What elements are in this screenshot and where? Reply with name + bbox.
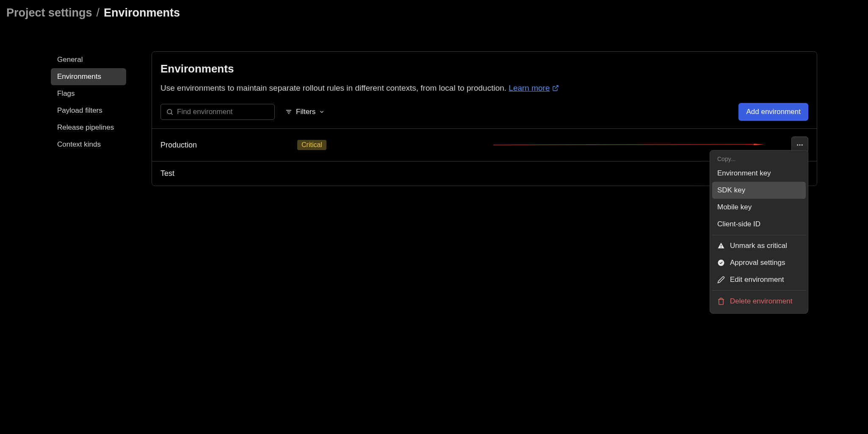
learn-more-link[interactable]: Learn more xyxy=(509,82,558,95)
toolbar: Filters Add environment xyxy=(152,103,817,128)
breadcrumb-separator: / xyxy=(97,6,100,19)
svg-rect-11 xyxy=(721,245,721,247)
search-icon xyxy=(166,108,174,116)
breadcrumb: Project settings / Environments xyxy=(0,0,868,30)
edit-environment-label: Edit environment xyxy=(730,275,784,284)
filters-label: Filters xyxy=(296,108,315,116)
panel-description: Use environments to maintain separate ro… xyxy=(160,82,808,95)
svg-point-1 xyxy=(167,109,172,114)
panel-title: Environments xyxy=(160,62,808,75)
annotation-arrow xyxy=(493,144,764,146)
approval-settings[interactable]: Approval settings xyxy=(712,254,806,271)
svg-point-12 xyxy=(721,247,721,248)
sidebar-item-general[interactable]: General xyxy=(51,51,126,68)
approval-settings-label: Approval settings xyxy=(730,259,785,267)
delete-environment-label: Delete environment xyxy=(730,297,792,306)
svg-marker-7 xyxy=(754,144,764,145)
svg-point-13 xyxy=(718,260,724,266)
warning-icon xyxy=(717,242,725,250)
copy-mobile-key[interactable]: Mobile key xyxy=(712,199,806,216)
main-panel: Environments Use environments to maintai… xyxy=(152,51,817,186)
external-link-icon xyxy=(552,85,559,92)
panel-header: Environments Use environments to maintai… xyxy=(152,52,817,103)
svg-point-8 xyxy=(797,145,798,146)
dropdown-divider xyxy=(712,235,806,235)
trash-icon xyxy=(717,298,725,305)
edit-environment[interactable]: Edit environment xyxy=(712,271,806,288)
svg-point-10 xyxy=(802,145,803,146)
search-container xyxy=(160,104,275,120)
delete-environment[interactable]: Delete environment xyxy=(712,293,806,310)
sidebar-item-payload-filters[interactable]: Payload filters xyxy=(51,102,126,119)
panel-description-text: Use environments to maintain separate ro… xyxy=(160,83,509,92)
search-input[interactable] xyxy=(177,108,269,116)
dots-horizontal-icon xyxy=(796,141,804,149)
copy-client-side-id[interactable]: Client-side ID xyxy=(712,216,806,233)
critical-badge: Critical xyxy=(297,140,326,150)
settings-sidebar: General Environments Flags Payload filte… xyxy=(51,51,126,186)
dropdown-copy-label: Copy... xyxy=(712,154,806,165)
unmark-critical-label: Unmark as critical xyxy=(730,242,787,250)
sidebar-item-context-kinds[interactable]: Context kinds xyxy=(51,136,126,153)
sidebar-item-environments[interactable]: Environments xyxy=(51,68,126,85)
breadcrumb-parent[interactable]: Project settings xyxy=(6,6,92,19)
copy-environment-key[interactable]: Environment key xyxy=(712,165,806,182)
svg-line-0 xyxy=(555,86,558,89)
svg-point-9 xyxy=(799,145,801,146)
svg-line-6 xyxy=(493,145,756,145)
sidebar-item-flags[interactable]: Flags xyxy=(51,85,126,102)
filters-button[interactable]: Filters xyxy=(280,104,330,120)
chevron-down-icon xyxy=(319,109,325,115)
filter-icon xyxy=(285,108,293,116)
svg-line-2 xyxy=(171,114,172,115)
environment-row-production: Production Critical Copy... Environment … xyxy=(152,128,817,161)
actions-dropdown: Copy... Environment key SDK key Mobile k… xyxy=(710,150,808,314)
breadcrumb-current: Environments xyxy=(104,6,180,19)
add-environment-button[interactable]: Add environment xyxy=(738,103,808,121)
sidebar-item-release-pipelines[interactable]: Release pipelines xyxy=(51,119,126,136)
unmark-critical[interactable]: Unmark as critical xyxy=(712,237,806,254)
check-circle-icon xyxy=(717,259,725,267)
environment-name: Test xyxy=(160,169,297,178)
dropdown-divider xyxy=(712,290,806,291)
environment-name: Production xyxy=(160,141,297,150)
copy-sdk-key[interactable]: SDK key xyxy=(712,182,806,199)
pencil-icon xyxy=(717,276,725,284)
